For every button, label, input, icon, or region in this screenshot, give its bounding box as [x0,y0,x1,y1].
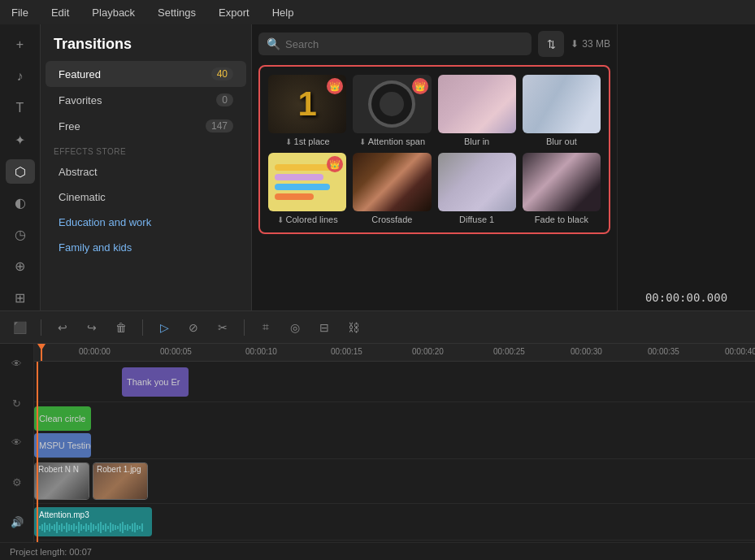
svg-rect-37 [129,526,131,529]
nav-cinematic-label: Cinematic [59,191,106,203]
nav-cinematic[interactable]: Cinematic [46,184,246,210]
clip-thankyou[interactable]: Thank you Er [122,367,189,397]
eye-icon-1[interactable]: 👁 [11,358,22,370]
transition-colored-lines[interactable]: 👑 ⬇ Colored lines [268,153,346,224]
music-icon[interactable]: ♪ [6,64,35,89]
sliders-button[interactable]: ⊟ [313,316,336,339]
no-entry-button[interactable]: ⊘ [182,316,205,339]
scissors-button[interactable]: ✂ [211,316,234,339]
undo-button[interactable]: ↩ [51,316,74,339]
clip-clean[interactable]: Clean circle [34,406,91,431]
svg-rect-14 [73,523,75,532]
transition-1st-place[interactable]: 👑 1 ⬇ 1st place [268,75,346,146]
transition-blur-in[interactable]: Blur in [438,75,516,146]
settings-icon-1[interactable]: ⚙ [12,476,22,488]
grid-icon[interactable]: ⊞ [6,285,35,310]
nav-free[interactable]: Free 147 [46,113,246,139]
svg-rect-25 [100,522,102,533]
link-button[interactable]: ⛓ [342,316,365,339]
svg-rect-40 [137,525,138,530]
download-icon-2: ⬇ [359,137,366,146]
transitions-panel: 🔍 ⇅ ⬇ 33 MB 👑 1 ⬇ [252,24,617,310]
clip-robert1[interactable]: Robert N N [34,462,89,500]
svg-rect-35 [124,525,126,530]
nav-favorites[interactable]: Favorites 0 [46,87,246,113]
transition-1st-place-label: ⬇ 1st place [268,137,346,146]
nav-featured[interactable]: Featured 40 [46,61,246,87]
clip-mspu[interactable]: MSPU Testing [34,433,91,458]
transition-blur-out[interactable]: Blur out [523,75,601,146]
nav-featured-label: Featured [59,68,101,80]
play-button[interactable]: ▷ [153,316,176,339]
split-icon[interactable]: ⊕ [6,254,35,279]
transition-attention[interactable]: 👑 ⬇ Attention span [353,75,431,146]
clip-clean-label: Clean circle [39,414,85,423]
volume-icon[interactable]: 🔊 [11,516,24,528]
stripe-1 [275,164,333,171]
target-button[interactable]: ◎ [284,316,306,339]
crop-button[interactable]: ⌗ [254,316,277,339]
menu-settings[interactable]: Settings [153,5,201,20]
svg-rect-0 [39,526,41,529]
nav-education[interactable]: Education and work [46,210,246,235]
search-wrap[interactable]: 🔍 [258,33,532,55]
loop-icon-1[interactable]: ↻ [12,397,21,410]
menu-playback[interactable]: Playback [87,5,140,20]
svg-rect-39 [134,523,136,532]
history-icon[interactable]: ◷ [6,222,35,247]
filter-button[interactable]: ⬛ [8,316,31,339]
search-icon: 🔍 [267,37,280,50]
menu-export[interactable]: Export [214,5,254,20]
thumb-diffuse [438,153,516,211]
clip-thankyou-label: Thank you Er [127,377,180,387]
clip-robert2[interactable]: Robert 1.jpg [93,462,148,500]
ruler-20: 00:00:20 [412,347,444,356]
transitions-icon[interactable]: ⬡ [6,159,35,184]
transitions-grid: 👑 1 ⬇ 1st place 👑 [258,65,610,234]
clip-audio[interactable]: Attention.mp3 [34,507,152,536]
eye-icon-2[interactable]: 👁 [11,436,22,449]
clip-mspu-label: MSPU Testing [39,441,91,450]
svg-rect-5 [51,526,53,529]
svg-rect-1 [41,524,43,531]
svg-rect-13 [71,525,72,530]
timeline-toolbar: ⬛ ↩ ↪ 🗑 ▷ ⊘ ✂ ⌗ ◎ ⊟ ⛓ [0,311,755,344]
transition-diffuse[interactable]: Diffuse 1 [438,153,516,224]
thumb-crossfade [353,153,431,211]
color-icon[interactable]: ◐ [6,190,35,215]
menu-file[interactable]: File [7,5,33,20]
attention-circle [371,84,412,124]
ruler-25: 00:00:25 [493,347,525,356]
transition-colored-lines-label: ⬇ Colored lines [268,215,346,224]
transition-attention-label: ⬇ Attention span [353,137,431,146]
crown-badge-1: 👑 [327,78,343,94]
svg-rect-19 [85,523,87,532]
svg-rect-23 [95,526,97,529]
nav-free-label: Free [59,120,80,132]
menu-help[interactable]: Help [267,5,299,20]
transition-fade-black[interactable]: Fade to black [523,153,601,224]
svg-rect-3 [46,525,48,530]
svg-rect-34 [122,522,124,533]
search-row: 🔍 ⇅ ⬇ 33 MB [258,31,610,57]
content-area: 🔍 ⇅ ⬇ 33 MB 👑 1 ⬇ [252,24,617,310]
timeline-area: ⬛ ↩ ↪ 🗑 ▷ ⊘ ✂ ⌗ ◎ ⊟ ⛓ 👁 ↻ 👁 ⚙ 🔊 00:00:00 [0,310,755,542]
nav-abstract-label: Abstract [59,166,98,178]
nav-family[interactable]: Family and kids [46,235,246,260]
transition-crossfade-label: Crossfade [353,215,431,224]
svg-rect-21 [90,523,92,532]
stripe-3 [275,184,330,190]
menu-edit[interactable]: Edit [46,5,74,20]
svg-rect-20 [88,525,89,530]
nav-abstract[interactable]: Abstract [46,159,246,184]
svg-rect-38 [132,523,133,532]
text-icon[interactable]: T [6,96,35,121]
add-icon[interactable]: + [6,33,35,58]
redo-button[interactable]: ↪ [80,316,103,339]
clip-audio-label: Attention.mp3 [39,510,147,519]
sticker-icon[interactable]: ✦ [6,128,35,153]
sort-button[interactable]: ⇅ [538,31,564,57]
search-input[interactable] [285,38,523,50]
transition-crossfade[interactable]: Crossfade [353,153,431,224]
delete-button[interactable]: 🗑 [110,316,132,339]
